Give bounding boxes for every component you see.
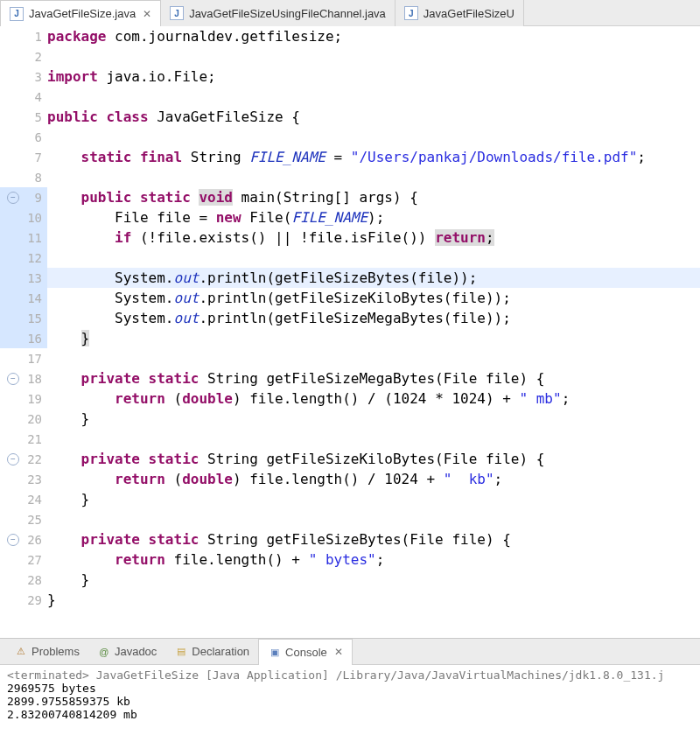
- line-number: 15: [23, 312, 42, 326]
- code-line[interactable]: [47, 167, 700, 187]
- code-line[interactable]: if (!file.exists() || !file.isFile()) re…: [47, 228, 700, 248]
- line-number: 24: [23, 493, 42, 507]
- fold-icon[interactable]: −: [7, 373, 19, 385]
- line-number: 16: [23, 332, 42, 346]
- code-line[interactable]: [47, 509, 700, 529]
- line-number: 17: [23, 352, 42, 366]
- console-tab-label: Console: [285, 646, 327, 659]
- code-line[interactable]: }: [47, 328, 700, 348]
- code-line[interactable]: }: [47, 409, 700, 429]
- console-tab[interactable]: ▣ Console ✕: [258, 639, 353, 665]
- close-icon[interactable]: ✕: [143, 8, 151, 20]
- console-icon: ▣: [268, 645, 282, 659]
- line-number: 22: [23, 452, 42, 466]
- code-line[interactable]: return file.length() + " bytes";: [47, 550, 700, 570]
- line-number: 2: [23, 50, 42, 64]
- gutter-row: 24: [0, 489, 47, 509]
- gutter-row: 23: [0, 469, 47, 489]
- code-line[interactable]: public class JavaGetFileSize {: [47, 107, 700, 127]
- code-line[interactable]: }: [47, 489, 700, 509]
- console-header: <terminated> JavaGetFileSize [Java Appli…: [7, 668, 693, 682]
- line-number: 18: [23, 372, 42, 386]
- gutter-row: 7: [0, 147, 47, 167]
- close-icon[interactable]: ✕: [334, 646, 343, 658]
- line-number: 13: [23, 271, 42, 285]
- code-line[interactable]: [47, 248, 700, 268]
- code-line[interactable]: package com.journaldev.getfilesize;: [47, 26, 700, 46]
- code-line[interactable]: private static String getFileSizeMegaByt…: [47, 368, 700, 388]
- code-line[interactable]: import java.io.File;: [47, 66, 700, 87]
- code-area[interactable]: package com.journaldev.getfilesize;impor…: [47, 26, 700, 638]
- editor-tab-label: JavaGetFileSizeUsingFileChannel.java: [189, 7, 386, 20]
- code-line[interactable]: return (double) file.length() / 1024 + "…: [47, 469, 700, 489]
- gutter-row: −9: [0, 187, 47, 207]
- gutter-row: 3: [0, 66, 47, 87]
- editor-tab-label: JavaGetFileSize.java: [29, 7, 136, 20]
- editor-tab-label: JavaGetFileSizeU: [424, 7, 514, 20]
- console-body[interactable]: <terminated> JavaGetFileSize [Java Appli…: [0, 665, 700, 756]
- line-number: 7: [23, 150, 42, 164]
- gutter-row: 28: [0, 570, 47, 590]
- gutter-row: 25: [0, 509, 47, 529]
- javadoc-tab[interactable]: @ Javadoc: [88, 639, 165, 665]
- console-line: 2.83200740814209 mb: [7, 708, 693, 721]
- console-line: 2969575 bytes: [7, 682, 693, 695]
- line-number: 26: [23, 533, 42, 547]
- line-number: 8: [23, 171, 42, 185]
- gutter-row: 20: [0, 409, 47, 429]
- code-line[interactable]: }: [47, 570, 700, 590]
- code-line[interactable]: [47, 46, 700, 66]
- code-line[interactable]: static final String FILE_NAME = "/Users/…: [47, 147, 700, 167]
- code-line[interactable]: public static void main(String[] args) {: [47, 187, 700, 207]
- editor-tab[interactable]: JJavaGetFileSizeUsingFileChannel.java: [161, 0, 396, 26]
- problems-tab-label: Problems: [32, 645, 80, 658]
- code-editor[interactable]: 12345678−91011121314151617−18192021−2223…: [0, 26, 700, 639]
- line-number: 11: [23, 231, 42, 245]
- line-number: 20: [23, 412, 42, 426]
- code-line[interactable]: [47, 429, 700, 449]
- gutter-row: 21: [0, 429, 47, 449]
- declaration-tab-label: Declaration: [192, 645, 249, 658]
- java-file-icon: J: [10, 7, 24, 21]
- code-line[interactable]: private static String getFileSizeBytes(F…: [47, 529, 700, 550]
- declaration-tab[interactable]: ▤ Declaration: [165, 639, 258, 665]
- gutter-row: 6: [0, 127, 47, 147]
- code-line[interactable]: [47, 127, 700, 147]
- gutter-row: 8: [0, 167, 47, 187]
- code-line[interactable]: File file = new File(FILE_NAME);: [47, 207, 700, 228]
- declaration-icon: ▤: [174, 645, 188, 659]
- line-number: 29: [23, 593, 42, 607]
- code-line[interactable]: System.out.println(getFileSizeMegaBytes(…: [47, 308, 700, 328]
- code-line[interactable]: System.out.println(getFileSizeKiloBytes(…: [47, 288, 700, 308]
- code-line[interactable]: }: [47, 590, 700, 610]
- editor-tab[interactable]: JJavaGetFileSize.java✕: [0, 0, 161, 26]
- code-line[interactable]: [47, 348, 700, 368]
- line-number: 21: [23, 432, 42, 446]
- gutter-row: −18: [0, 368, 47, 388]
- gutter-row: 27: [0, 550, 47, 570]
- gutter-row: 13: [0, 268, 47, 288]
- gutter-row: 15: [0, 308, 47, 328]
- ide-window: JJavaGetFileSize.java✕JJavaGetFileSizeUs…: [0, 0, 700, 756]
- editor-tabstrip: JJavaGetFileSize.java✕JJavaGetFileSizeUs…: [0, 0, 700, 26]
- java-file-icon: J: [404, 6, 418, 20]
- line-number: 1: [23, 30, 42, 44]
- line-number: 12: [23, 251, 42, 265]
- problems-icon: ⚠: [14, 645, 28, 659]
- problems-tab[interactable]: ⚠ Problems: [5, 639, 88, 665]
- fold-icon[interactable]: −: [7, 453, 19, 466]
- panel-tabstrip: ⚠ Problems @ Javadoc ▤ Declaration ▣ Con…: [0, 639, 700, 665]
- fold-icon[interactable]: −: [7, 192, 19, 204]
- editor-tab[interactable]: JJavaGetFileSizeU: [396, 0, 524, 26]
- line-number: 14: [23, 291, 42, 305]
- line-number: 19: [23, 392, 42, 406]
- gutter-row: −26: [0, 529, 47, 550]
- code-line[interactable]: return (double) file.length() / (1024 * …: [47, 388, 700, 409]
- line-number: 6: [23, 130, 42, 144]
- fold-icon[interactable]: −: [7, 534, 19, 546]
- code-line[interactable]: [47, 87, 700, 107]
- code-line[interactable]: System.out.println(getFileSizeBytes(file…: [47, 268, 700, 288]
- code-line[interactable]: private static String getFileSizeKiloByt…: [47, 449, 700, 469]
- gutter-row: −22: [0, 449, 47, 469]
- gutter-row: 12: [0, 248, 47, 268]
